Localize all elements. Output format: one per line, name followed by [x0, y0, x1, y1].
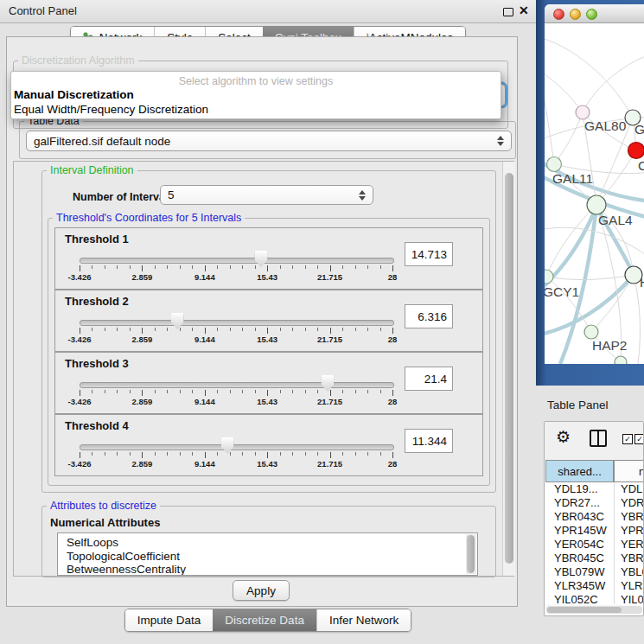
column-divider [614, 482, 615, 604]
network-node-gcy1[interactable] [545, 270, 553, 284]
tick-label: -3.426 [68, 272, 92, 282]
threshold-value-field[interactable]: 6.316 [405, 304, 453, 328]
threshold-slider[interactable] [80, 382, 394, 388]
threshold-panel-2: Threshold 2 -3.4262.8599.14415.4321.7152… [54, 290, 483, 352]
node-label: GAL80 [584, 118, 627, 133]
gear-icon[interactable]: ⚙ [556, 427, 571, 447]
network-node-hap2[interactable] [584, 325, 598, 339]
cell-name: YDL1 [621, 482, 644, 495]
scrollpane-scrollbar[interactable] [502, 162, 515, 576]
tab-infer-network[interactable]: Infer Network [316, 609, 411, 631]
cell-name: YBR0 [621, 510, 644, 523]
list-item[interactable]: TopologicalCoefficient [58, 550, 477, 564]
network-window-titlebar[interactable] [545, 4, 644, 23]
tick-label: 21.715 [317, 397, 342, 406]
attributes-list-scrollbar[interactable] [466, 534, 476, 574]
slider-ticks [80, 452, 392, 459]
scrollbar-thumb[interactable] [547, 607, 622, 613]
thresholds-title: Threshold's Coordinates for 5 Intervals [53, 212, 245, 224]
table-data-combo[interactable]: galFiltered.sif default node [26, 131, 512, 151]
network-node-gal11[interactable] [547, 157, 562, 172]
numerical-attributes-label: Numerical Attributes [50, 516, 160, 529]
threshold-label: Threshold 2 [65, 295, 129, 308]
table-row[interactable]: YPR145WYPR1 [545, 524, 644, 538]
tick-label: 28 [388, 335, 398, 344]
network-node-gal4[interactable] [587, 195, 606, 214]
number-of-intervals-combo[interactable]: 5 [160, 185, 373, 205]
threshold-value-field[interactable]: 11.344 [405, 429, 453, 453]
table-row[interactable]: YDL19...YDL1 [545, 482, 644, 496]
tick-label: 28 [388, 459, 398, 469]
table-row[interactable]: YBR045CYBR0 [545, 552, 644, 565]
minimize-traffic-light-icon[interactable] [570, 9, 581, 20]
tick-label: 28 [388, 397, 398, 406]
algorithm-option-equal-width[interactable]: Equal Width/Frequency Discretization [14, 103, 208, 116]
cell-name: YER0 [621, 538, 644, 551]
node-label: GA [634, 122, 644, 137]
table-row[interactable]: YER054CYER0 [545, 538, 644, 552]
checkbox-icon[interactable]: ✓ [622, 434, 633, 444]
table-toolbar: ⚙ ✓ ✓ [545, 422, 643, 460]
network-node-c[interactable] [628, 143, 644, 159]
float-window-icon[interactable] [503, 8, 513, 16]
column-header-name[interactable]: n... [614, 460, 644, 482]
close-icon[interactable]: ✕ [519, 3, 529, 17]
attributes-title: Attributes to discretize [47, 500, 160, 512]
threshold-value-field[interactable]: 21.4 [405, 367, 453, 391]
scrollbar-thumb[interactable] [467, 535, 475, 573]
list-item[interactable]: BetweennessCentrality [58, 563, 477, 576]
numerical-attributes-list[interactable]: SelfLoopsTopologicalCoefficientBetweenne… [57, 532, 478, 576]
table-row[interactable]: YDR27...YDR2 [545, 496, 644, 510]
tick-label: 15.43 [257, 397, 277, 406]
table-row[interactable]: YBL079WYBL0 [545, 565, 644, 579]
table-data-value: galFiltered.sif default node [34, 135, 170, 148]
slider-ticks [80, 390, 392, 397]
algorithm-option-manual[interactable]: Manual Discretization [14, 88, 134, 101]
close-traffic-light-icon[interactable] [553, 9, 564, 20]
threshold-slider[interactable] [80, 320, 394, 326]
cell-shared-name: YDR27... [554, 496, 600, 509]
network-window[interactable]: GAL80GACGAL11GAL4GCY1HHAP2 [545, 4, 644, 364]
table-row[interactable]: YBR043CYBR0 [545, 510, 644, 524]
threshold-panel-1: Threshold 1 -3.4262.8599.14415.4321.7152… [54, 227, 483, 290]
tab-discretize-data[interactable]: Discretize Data [213, 609, 316, 631]
tick-label: 28 [388, 272, 398, 282]
network-canvas[interactable]: GAL80GACGAL11GAL4GCY1HHAP2 [545, 23, 644, 364]
cell-name: YLR3 [621, 579, 644, 592]
tick-label: 21.715 [317, 335, 342, 344]
tick-label: 21.715 [317, 459, 342, 469]
table-hscrollbar[interactable] [546, 606, 642, 614]
apply-button[interactable]: Apply [233, 580, 290, 601]
table-row[interactable]: YIL052CYIL0 [545, 593, 644, 604]
threshold-slider[interactable] [80, 444, 394, 450]
table-panel-title: Table Panel [547, 399, 609, 411]
combo-stepper-icon[interactable] [497, 136, 504, 146]
control-panel-titlebar: Control Panel ✕ [0, 0, 536, 23]
table-rows: YDL19...YDL1YDR27...YDR2YBR043CYBR0YPR14… [545, 482, 644, 604]
cell-shared-name: YIL052C [554, 593, 598, 604]
cell-name: YIL0 [621, 593, 644, 604]
scrollbar-thumb[interactable] [505, 173, 513, 564]
combo-stepper-icon[interactable] [359, 190, 366, 201]
network-node[interactable] [615, 356, 627, 364]
threshold-slider[interactable] [80, 258, 394, 264]
threshold-label: Threshold 4 [65, 419, 129, 432]
threshold-panel-4: Threshold 4 -3.4262.8599.14415.4321.7152… [54, 414, 483, 476]
zoom-traffic-light-icon[interactable] [586, 9, 597, 20]
threshold-value-field[interactable]: 14.713 [405, 242, 453, 266]
tick-label: -3.426 [68, 335, 92, 344]
tick-label: 15.43 [257, 272, 277, 282]
column-header-shared-name[interactable]: shared... [545, 460, 614, 482]
split-columns-icon[interactable] [590, 430, 607, 447]
network-graph: GAL80GACGAL11GAL4GCY1HHAP2 [545, 23, 644, 364]
tab-impute-data[interactable]: Impute Data [125, 609, 214, 631]
table-row[interactable]: YLR345WYLR3 [545, 579, 644, 593]
slider-tick-labels: -3.4262.8599.14415.4321.71528 [80, 459, 392, 469]
panel-title: Control Panel [9, 4, 77, 17]
tick-label: 2.859 [132, 335, 153, 344]
checkbox-icon[interactable]: ✓ [634, 434, 644, 444]
cell-name: YBL0 [621, 565, 644, 578]
list-item[interactable]: SelfLoops [58, 536, 477, 550]
network-node-gal80[interactable] [576, 105, 590, 119]
algorithm-hint: Select algorithm to view settings [11, 75, 501, 87]
